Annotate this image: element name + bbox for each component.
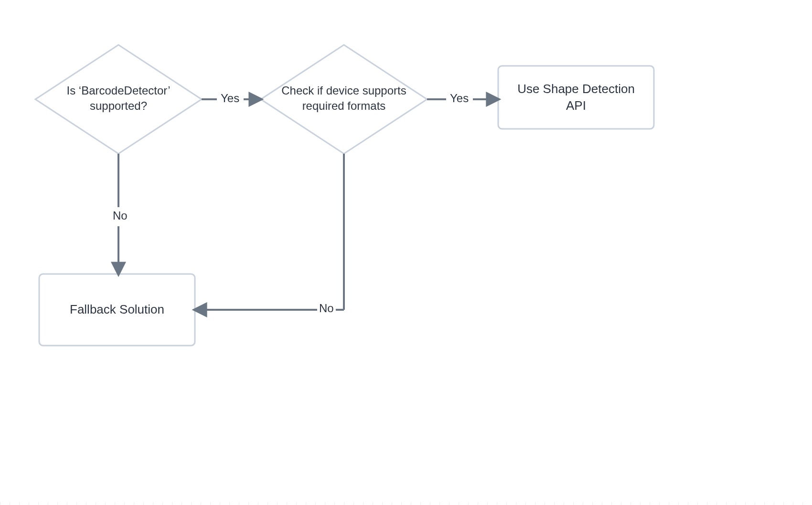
text-line: Use Shape Detection [517,81,635,97]
edge-d1-yes-label: Yes [219,92,241,105]
node-decision-barcodedetector-text: Is ‘BarcodeDetector’ supported? [56,84,181,113]
text-line: API [566,97,586,114]
edge-d2-yes-label: Yes [448,92,470,105]
text-line: Is ‘BarcodeDetector’ [67,83,171,98]
text-line: Check if device supports [281,83,406,98]
edge-d2-no-label: No [317,302,336,315]
flowchart-canvas [0,0,812,505]
node-process-api-text: Use Shape Detection API [498,66,654,129]
edge-d1-no-label: No [111,209,129,222]
text-line: required formats [302,98,386,114]
ruler-ticks [0,502,812,505]
text-line: supported? [90,98,147,114]
text-line: Fallback Solution [70,301,164,318]
node-decision-formats-text: Check if device supports required format… [275,84,413,113]
node-process-fallback-text: Fallback Solution [39,274,195,346]
